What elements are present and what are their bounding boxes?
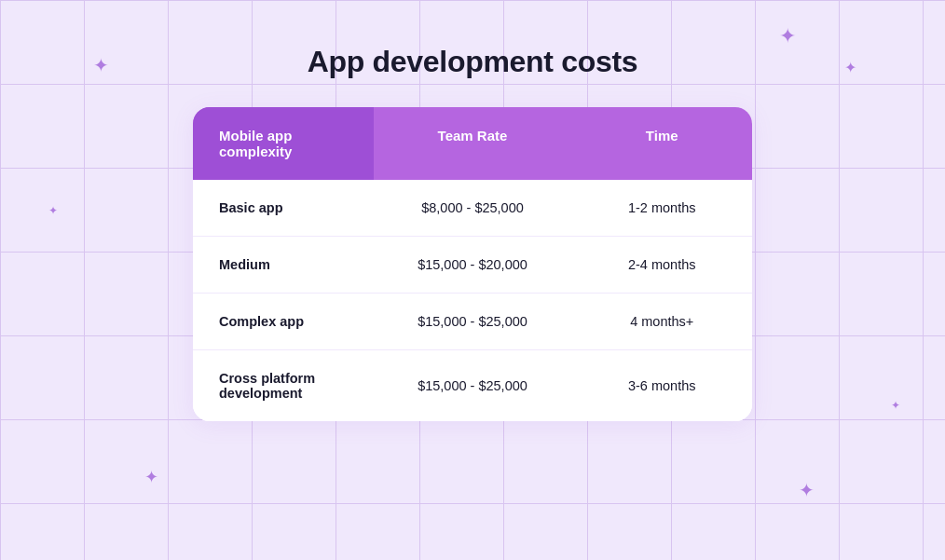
table-header: Mobile app complexity Team Rate Time — [193, 107, 752, 180]
table-row: Medium $15,000 - $20,000 2-4 months — [193, 237, 752, 294]
cell-time-complex: 4 months+ — [571, 294, 752, 349]
table-row: Complex app $15,000 - $25,000 4 months+ — [193, 294, 752, 350]
main-container: App development costs Mobile app complex… — [0, 0, 945, 421]
table-body: Basic app $8,000 - $25,000 1-2 months Me… — [193, 180, 752, 421]
cell-time-basic: 1-2 months — [571, 180, 752, 236]
sparkle-icon-4: ✦ — [144, 469, 158, 485]
header-complexity: Mobile app complexity — [193, 107, 374, 180]
sparkle-icon-5: ✦ — [799, 481, 815, 499]
cell-complexity-complex: Complex app — [193, 294, 374, 349]
table-row: Cross platform development $15,000 - $25… — [193, 350, 752, 421]
table-card: Mobile app complexity Team Rate Time Bas… — [193, 107, 752, 421]
cell-rate-basic: $8,000 - $25,000 — [374, 180, 572, 236]
header-time: Time — [571, 107, 752, 180]
cell-rate-medium: $15,000 - $20,000 — [374, 237, 572, 293]
header-team-rate: Team Rate — [374, 107, 572, 180]
cell-rate-complex: $15,000 - $25,000 — [374, 294, 572, 349]
cell-time-cross: 3-6 months — [571, 350, 752, 421]
page-title: App development costs — [308, 45, 638, 79]
cell-rate-cross: $15,000 - $25,000 — [374, 350, 572, 421]
cell-complexity-medium: Medium — [193, 237, 374, 293]
cell-time-medium: 2-4 months — [571, 237, 752, 293]
cell-complexity-basic: Basic app — [193, 180, 374, 236]
cell-complexity-cross: Cross platform development — [193, 350, 374, 421]
table-row: Basic app $8,000 - $25,000 1-2 months — [193, 180, 752, 237]
